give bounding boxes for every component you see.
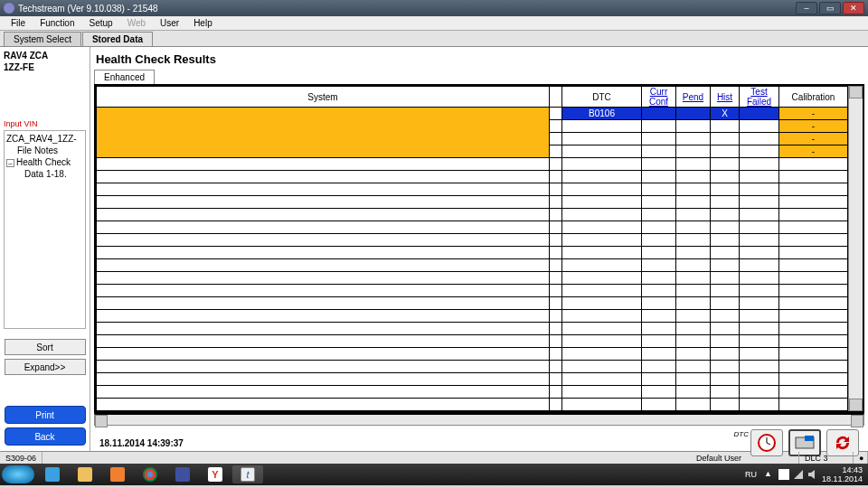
- table-row[interactable]: [97, 361, 848, 373]
- tree-collapse-icon[interactable]: –: [6, 159, 14, 167]
- page-title: Health Check Results: [94, 51, 864, 70]
- cell-hist: [711, 221, 740, 234]
- horizontal-scrollbar[interactable]: [94, 413, 864, 426]
- table-row[interactable]: [97, 348, 848, 361]
- cell-hist: [711, 209, 740, 221]
- table-row[interactable]: [97, 259, 848, 272]
- table-row[interactable]: -: [97, 133, 848, 145]
- table-row[interactable]: [97, 386, 848, 399]
- menu-user[interactable]: User: [153, 18, 186, 28]
- table-row[interactable]: [97, 247, 848, 259]
- taskbar-chrome[interactable]: [135, 465, 165, 483]
- menu-file[interactable]: File: [4, 18, 33, 28]
- table-row[interactable]: [97, 272, 848, 285]
- table-row[interactable]: B0106X-: [97, 108, 848, 120]
- th-hist[interactable]: Hist: [711, 87, 740, 108]
- tab-stored-data[interactable]: Stored Data: [82, 32, 153, 46]
- taskbar-media[interactable]: [102, 465, 133, 483]
- table-row[interactable]: [97, 158, 848, 171]
- tray-chevron-up-icon[interactable]: ▲: [764, 469, 775, 480]
- table-row[interactable]: [97, 285, 848, 297]
- table-row[interactable]: [97, 323, 848, 335]
- cell-tf: [740, 323, 779, 335]
- table-row[interactable]: [97, 310, 848, 323]
- chrome-icon: [143, 467, 157, 482]
- table-row[interactable]: [97, 399, 848, 411]
- menu-function[interactable]: Function: [33, 18, 81, 28]
- cell-tf: [740, 386, 779, 399]
- cell-hist: [711, 348, 740, 361]
- cell-sys: [97, 297, 550, 310]
- scroll-down-button[interactable]: [849, 399, 863, 411]
- cell-gap: [550, 108, 562, 120]
- cell-tf: [740, 310, 779, 323]
- file-tree[interactable]: ZCA_RAV4_1ZZ- File Notes –Health Check D…: [4, 130, 86, 329]
- th-calibration[interactable]: Calibration: [779, 87, 848, 108]
- tree-root[interactable]: ZCA_RAV4_1ZZ-: [6, 133, 83, 145]
- cell-tf: [740, 145, 779, 158]
- tray-language[interactable]: RU: [741, 470, 760, 479]
- cell-pend: [676, 259, 711, 272]
- cell-sys: [97, 145, 550, 158]
- cell-cc: [642, 297, 676, 310]
- table-row[interactable]: -: [97, 120, 848, 133]
- cell-gap: [550, 120, 562, 133]
- vertical-scrollbar[interactable]: [848, 86, 863, 411]
- th-gap: [550, 87, 562, 108]
- table-row[interactable]: [97, 221, 848, 234]
- tree-data-item[interactable]: Data 1-18.: [6, 168, 83, 180]
- start-button[interactable]: [2, 465, 34, 483]
- menu-setup[interactable]: Setup: [81, 18, 119, 28]
- cell-dtc: [562, 145, 642, 158]
- cell-tf: [740, 108, 779, 120]
- th-dtc[interactable]: DTC: [562, 87, 642, 108]
- taskbar-ie[interactable]: [37, 465, 68, 483]
- table-row[interactable]: [97, 335, 848, 348]
- taskbar-explorer[interactable]: [70, 465, 100, 483]
- maximize-button[interactable]: ▭: [819, 2, 841, 14]
- taskbar-app1[interactable]: [167, 465, 198, 483]
- back-button[interactable]: Back: [5, 427, 86, 446]
- sort-button[interactable]: Sort: [5, 339, 86, 355]
- table-row[interactable]: [97, 297, 848, 310]
- cell-tf: [740, 348, 779, 361]
- expand-button[interactable]: Expand>>: [5, 359, 86, 375]
- subtab-enhanced[interactable]: Enhanced: [94, 70, 155, 84]
- table-row[interactable]: [97, 373, 848, 386]
- input-vin-label[interactable]: Input VIN: [4, 119, 86, 128]
- cell-tf: [740, 183, 779, 196]
- taskbar-techstream[interactable]: t: [232, 465, 263, 483]
- cell-tf: [740, 297, 779, 310]
- tab-system-select[interactable]: System Select: [4, 32, 81, 46]
- th-pend[interactable]: Pend: [676, 87, 711, 108]
- tray-clock[interactable]: 14:43 18.11.2014: [822, 465, 863, 483]
- cell-hist: [711, 120, 740, 133]
- table-row[interactable]: [97, 209, 848, 221]
- menu-help[interactable]: Help: [186, 18, 220, 28]
- print-button[interactable]: Print: [5, 406, 86, 424]
- flag-icon[interactable]: [778, 469, 789, 480]
- table-row[interactable]: [97, 171, 848, 183]
- cell-pend: [676, 272, 711, 285]
- yandex-icon: Y: [208, 467, 222, 482]
- cell-sys: [97, 285, 550, 297]
- cell-pend: [676, 247, 711, 259]
- network-icon[interactable]: [793, 469, 804, 480]
- table-row[interactable]: [97, 234, 848, 247]
- cell-gap: [550, 209, 562, 221]
- th-test-failed[interactable]: Test Failed: [740, 87, 779, 108]
- volume-icon[interactable]: [807, 469, 818, 480]
- table-row[interactable]: [97, 196, 848, 209]
- cell-tf: [740, 196, 779, 209]
- table-row[interactable]: -: [97, 145, 848, 158]
- taskbar-yandex[interactable]: Y: [200, 465, 231, 483]
- minimize-button[interactable]: –: [796, 2, 817, 14]
- tree-file-notes[interactable]: File Notes: [6, 145, 83, 156]
- th-system[interactable]: System: [97, 87, 550, 108]
- scroll-up-button[interactable]: [849, 86, 863, 99]
- tree-health-check[interactable]: –Health Check: [6, 156, 83, 168]
- table-row[interactable]: [97, 183, 848, 196]
- cell-dtc: [562, 247, 642, 259]
- close-button[interactable]: ✕: [843, 2, 864, 14]
- th-curr-conf[interactable]: Curr Conf: [642, 87, 676, 108]
